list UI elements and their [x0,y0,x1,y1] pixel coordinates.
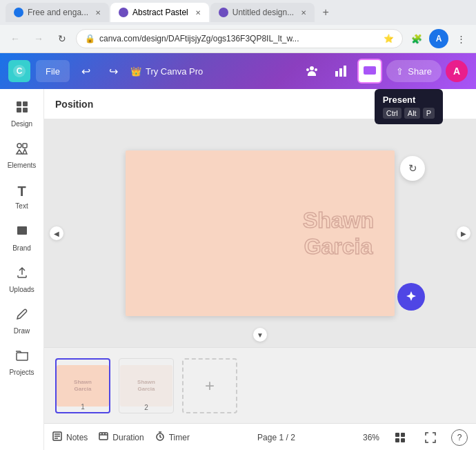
projects-icon [15,349,29,366]
svg-rect-15 [99,433,108,440]
kbd-alt: Alt [404,108,420,119]
elements-icon [15,141,29,159]
refresh-button[interactable]: ↻ [400,156,425,181]
notes-label: Notes [66,433,88,442]
tab-close-3[interactable]: ✕ [301,9,306,17]
duration-action[interactable]: Duration [99,431,143,443]
reload-button[interactable]: ↻ [52,29,72,48]
svg-rect-3 [339,68,342,77]
draw-label: Draw [14,327,30,335]
design-icon [15,100,29,117]
timer-action[interactable]: Timer [155,431,190,443]
extensions-button[interactable]: 🧩 [407,29,426,48]
content-area: Position ◀ Shawn Garcia ↻ [44,89,476,450]
thumb-text-2: ShawnGarcia [137,379,155,392]
tab-3[interactable]: Untitled design... ✕ [210,3,315,22]
url-bar[interactable]: 🔒 canva.com/design/DAFtijsjyZg/ogs136F3Q… [76,29,403,48]
chart-button[interactable] [328,59,353,84]
present-tooltip: Present Ctrl Alt P [375,89,443,124]
scroll-bottom-button[interactable]: ▼ [253,328,267,342]
kbd-p: P [423,108,435,119]
zoom-value: 36% [363,433,379,442]
sidebar-item-projects[interactable]: Projects [3,343,41,382]
thumbnail-strip: ShawnGarcia 1 ShawnGarcia 2 + [44,347,476,423]
scroll-left-button[interactable]: ◀ [50,226,63,240]
redo-button[interactable]: ↪ [103,60,125,82]
sidebar-item-brand[interactable]: Brand [3,219,41,257]
timer-label: Timer [169,433,190,442]
tab-favicon-3 [219,8,228,17]
help-button[interactable]: ? [451,429,468,446]
text-label: Text [15,202,28,210]
thumb-bg-2: ShawnGarcia [120,365,172,407]
tab-label-1: Free and enga... [28,8,88,17]
undo-button[interactable]: ↩ [75,60,97,82]
fullscreen-button[interactable] [421,428,440,447]
bottom-bar: Notes Duration Timer Page 1 / 2 36% [44,423,476,450]
add-slide-button[interactable]: + [182,358,237,413]
scroll-right-button[interactable]: ▶ [457,226,470,240]
notes-action[interactable]: Notes [52,431,88,443]
kbd-shortcut: Ctrl Alt P [383,108,435,119]
tab-bar: Free and enga... ✕ Abstract Pastel ✕ Unt… [0,0,476,25]
tab-favicon-1 [14,8,23,17]
canvas-container: Shawn Garcia ↻ [126,150,395,316]
thumb-text-1: ShawnGarcia [74,379,92,392]
sidebar-item-uploads[interactable]: Uploads [3,260,41,299]
text-icon: T [17,184,26,199]
back-button[interactable]: ← [6,29,25,48]
try-pro-button[interactable]: 👑 Try Canva Pro [130,66,203,77]
address-bar: ← → ↻ 🔒 canva.com/design/DAFtijsjyZg/ogs… [0,25,476,52]
notes-icon [52,431,62,443]
zoom-level[interactable]: 36% [363,433,379,442]
share-button[interactable]: ⇧ Share [386,60,442,82]
tab-close-1[interactable]: ✕ [95,9,101,17]
thumbnail-2[interactable]: ShawnGarcia 2 [119,358,174,413]
sidebar-item-design[interactable]: Design [3,95,41,133]
new-tab-button[interactable]: + [316,3,335,22]
canvas-slide[interactable]: Shawn Garcia [126,150,395,316]
top-toolbar: C File ↩ ↪ 👑 Try Canva Pro Present Ctrl [0,53,476,89]
thumb-num-2: 2 [144,404,148,411]
thumbnail-1[interactable]: ShawnGarcia 1 [55,358,110,413]
tab-favicon-2 [119,8,128,17]
brand-icon [15,224,29,242]
menu-button[interactable]: ⋮ [451,29,470,48]
svg-rect-8 [17,108,21,112]
svg-rect-9 [23,108,28,112]
tab-close-2[interactable]: ✕ [195,9,201,17]
user-avatar[interactable]: A [446,60,468,82]
magic-button[interactable] [397,283,425,311]
tab-label-2: Abstract Pastel [132,8,188,17]
slide-text-line2: Garcia [304,234,373,259]
grid-view-button[interactable] [390,428,410,447]
svg-rect-2 [335,71,338,77]
present-button[interactable] [357,59,382,84]
file-menu-button[interactable]: File [36,60,70,82]
forward-button[interactable]: → [29,29,48,48]
thumb-num-1: 1 [81,403,85,411]
tab-label-3: Untitled design... [232,8,294,17]
tab-1[interactable]: Free and enga... ✕ [6,3,109,22]
panel-title: Position [55,99,93,110]
canvas-area: ◀ Shawn Garcia ↻ ▶ ▼ [44,119,476,347]
duration-label: Duration [112,433,143,442]
design-label: Design [11,120,32,128]
main-area: Design Elements T Text Brand [0,89,476,450]
svg-marker-12 [17,150,22,154]
uploads-icon [15,266,29,283]
help-icon: ? [457,433,462,442]
slide-text-line1: Shawn [303,208,374,233]
profile-button[interactable]: A [429,29,448,48]
draw-icon [15,307,29,324]
canva-logo[interactable]: C [8,60,30,82]
svg-rect-17 [395,433,399,437]
sidebar-item-draw[interactable]: Draw [3,302,41,340]
sidebar-item-elements[interactable]: Elements [3,136,41,175]
sidebar-item-text[interactable]: T Text [3,177,41,216]
share-people-button[interactable] [299,59,324,84]
svg-text:C: C [17,66,23,76]
brand-label: Brand [12,244,31,252]
svg-rect-5 [364,66,376,75]
tab-2[interactable]: Abstract Pastel ✕ [110,3,209,22]
